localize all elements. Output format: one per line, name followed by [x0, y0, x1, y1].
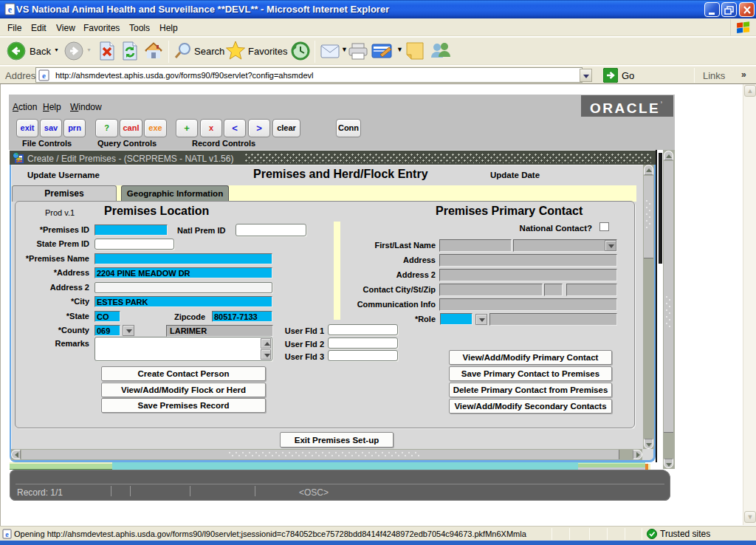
- svg-text:e: e: [5, 530, 9, 538]
- svg-text:e: e: [8, 4, 13, 15]
- svg-text:e: e: [42, 71, 46, 80]
